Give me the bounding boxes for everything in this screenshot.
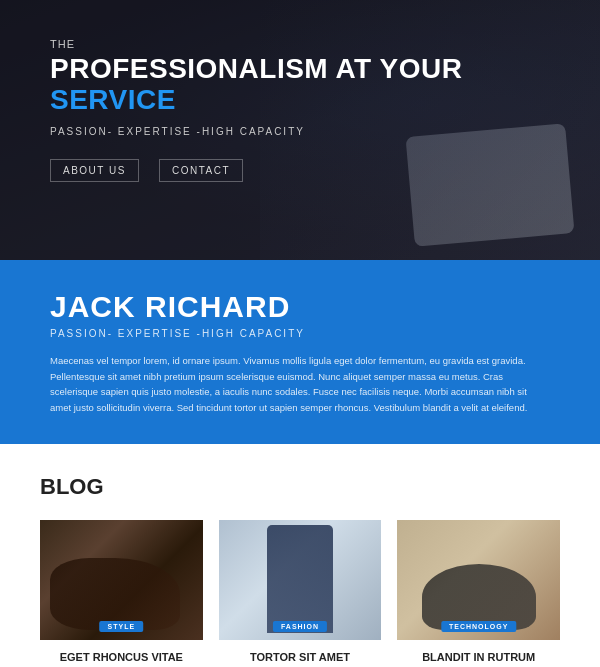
hero-section: THE PROFESSIONALISM AT YOUR SERVICE PASS… [0,0,600,260]
blog-badge: FASHION [273,621,327,632]
blog-card-body: EGET RHONCUS VITAE FACILISIS ANDREA • Ju… [40,640,203,667]
blog-card-image: STYLE [40,520,203,640]
bio-section: JACK RICHARD PASSION- EXPERTISE -HIGH CA… [0,260,600,444]
blog-card-body: BLANDIT IN RUTRUM TRISTIQUE ANDREA • Jun… [397,640,560,667]
bio-text: Maecenas vel tempor lorem, id ornare ips… [50,353,550,416]
contact-button[interactable]: CONTACT [159,159,243,182]
hero-pre-title: THE [50,38,462,50]
blog-section: BLOG STYLE EGET RHONCUS VITAE FACILISIS … [0,444,600,667]
blog-card-image: FASHION [219,520,382,640]
blog-title: BLOG [40,474,560,500]
blog-card-title: TORTOR SIT AMET VULPUTATE [223,650,378,667]
blog-badge: STYLE [100,621,144,632]
hero-nav: ABOUT US CONTACT [50,159,462,182]
blog-grid: STYLE EGET RHONCUS VITAE FACILISIS ANDRE… [40,520,560,667]
hero-subtitle: PASSION- EXPERTISE -HIGH CAPACITY [50,126,462,137]
hero-title-line1: PROFESSIONALISM AT YOUR [50,53,462,84]
blog-card-body: TORTOR SIT AMET VULPUTATE ANDREA • June … [219,640,382,667]
blog-card[interactable]: STYLE EGET RHONCUS VITAE FACILISIS ANDRE… [40,520,203,667]
blog-card[interactable]: TECHNOLOGY BLANDIT IN RUTRUM TRISTIQUE A… [397,520,560,667]
blog-card-title: EGET RHONCUS VITAE FACILISIS [44,650,199,667]
bio-tagline: PASSION- EXPERTISE -HIGH CAPACITY [50,328,550,339]
blog-card-image: TECHNOLOGY [397,520,560,640]
blog-card[interactable]: FASHION TORTOR SIT AMET VULPUTATE ANDREA… [219,520,382,667]
hero-title-line2: SERVICE [50,84,176,115]
bio-name: JACK RICHARD [50,290,550,324]
hero-title: PROFESSIONALISM AT YOUR SERVICE [50,54,462,116]
blog-badge: TECHNOLOGY [441,621,516,632]
blog-card-title: BLANDIT IN RUTRUM TRISTIQUE [401,650,556,667]
hero-content: THE PROFESSIONALISM AT YOUR SERVICE PASS… [50,38,462,182]
about-us-button[interactable]: ABOUT US [50,159,139,182]
